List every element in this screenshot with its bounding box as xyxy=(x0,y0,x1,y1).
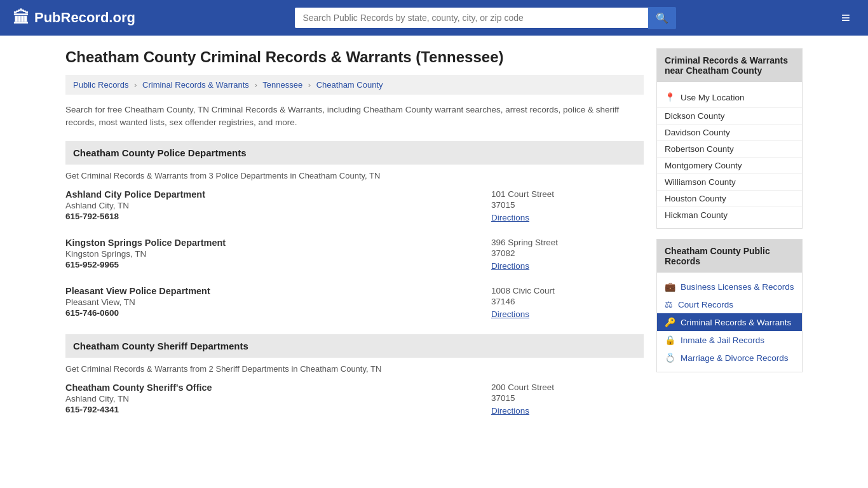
record-type-icon: 💼 xyxy=(665,281,675,292)
page-container: Cheatham County Criminal Records & Warra… xyxy=(53,36,815,444)
record-left: Ashland City Police Department Ashland C… xyxy=(65,189,478,222)
sidebar-county-item[interactable]: Houston County xyxy=(657,191,802,207)
record-entry: Ashland City Police Department Ashland C… xyxy=(65,189,644,222)
search-button[interactable]: 🔍 xyxy=(648,7,676,29)
search-bar: 🔍 xyxy=(295,7,676,29)
sidebar-public-record-item[interactable]: 🔑 Criminal Records & Warrants xyxy=(657,313,802,331)
directions-link[interactable]: Directions xyxy=(491,261,529,271)
search-input[interactable] xyxy=(295,8,648,28)
breadcrumb-cheatham-county[interactable]: Cheatham County xyxy=(316,80,383,90)
nearby-title: Criminal Records & Warrants near Cheatha… xyxy=(657,49,802,82)
record-name: Cheatham County Sheriff's Office xyxy=(65,383,478,393)
record-right: 396 Spring Street 37082 Directions xyxy=(478,238,644,271)
sidebar-public-record-item[interactable]: 💍 Marriage & Divorce Records xyxy=(657,349,802,367)
record-address: 1008 Civic Court xyxy=(491,286,644,295)
record-phone: 615-952-9965 xyxy=(65,260,478,269)
record-phone: 615-792-4341 xyxy=(65,405,478,414)
record-type-icon: ⚖ xyxy=(665,299,673,309)
sidebar-county-item[interactable]: Dickson County xyxy=(657,108,802,125)
record-right: 1008 Civic Court 37146 Directions xyxy=(478,286,644,319)
sheriff-section-desc: Get Criminal Records & Warrants from 2 S… xyxy=(65,364,644,374)
sidebar-county-item[interactable]: Robertson County xyxy=(657,141,802,158)
record-city: Ashland City, TN xyxy=(65,201,478,210)
record-city: Ashland City, TN xyxy=(65,394,478,403)
public-records-box: Cheatham County Public Records 💼 Busines… xyxy=(656,239,803,372)
record-address: 396 Spring Street xyxy=(491,238,644,247)
police-section-desc: Get Criminal Records & Warrants from 3 P… xyxy=(65,171,644,180)
sidebar-public-record-item[interactable]: ⚖ Court Records xyxy=(657,295,802,313)
sidebar-county-item[interactable]: Montgomery County xyxy=(657,158,802,174)
record-address: 101 Court Street xyxy=(491,189,644,199)
record-entry: Cheatham County Sheriff's Office Ashland… xyxy=(65,383,644,416)
sheriff-entries: Cheatham County Sheriff's Office Ashland… xyxy=(65,383,644,416)
record-type-label: Court Records xyxy=(678,300,733,309)
record-name: Pleasant View Police Department xyxy=(65,286,478,296)
directions-link[interactable]: Directions xyxy=(491,213,529,222)
sidebar-public-record-item[interactable]: 💼 Business Licenses & Records xyxy=(657,278,802,295)
record-type-label: Marriage & Divorce Records xyxy=(681,353,789,363)
record-type-icon: 💍 xyxy=(665,353,675,363)
record-zip: 37082 xyxy=(491,248,644,258)
county-list: Dickson CountyDavidson CountyRobertson C… xyxy=(657,108,802,223)
sidebar: Criminal Records & Warrants near Cheatha… xyxy=(656,48,803,431)
sidebar-public-record-item[interactable]: 🔒 Inmate & Jail Records xyxy=(657,331,802,349)
record-name: Kingston Springs Police Department xyxy=(65,238,478,248)
page-description: Search for free Cheatham County, TN Crim… xyxy=(65,104,644,130)
directions-link[interactable]: Directions xyxy=(491,309,529,319)
police-entries: Ashland City Police Department Ashland C… xyxy=(65,189,644,319)
record-phone: 615-746-0600 xyxy=(65,308,478,318)
record-right: 200 Court Street 37015 Directions xyxy=(478,383,644,416)
record-type-icon: 🔑 xyxy=(665,317,675,327)
police-section-header: Cheatham County Police Departments xyxy=(65,141,644,165)
record-zip: 37015 xyxy=(491,393,644,403)
record-type-label: Business Licenses & Records xyxy=(681,282,794,292)
sheriff-section-header: Cheatham County Sheriff Departments xyxy=(65,334,644,358)
record-city: Pleasant View, TN xyxy=(65,297,478,307)
public-records-items: 💼 Business Licenses & Records ⚖ Court Re… xyxy=(657,273,802,372)
main-content: Cheatham County Criminal Records & Warra… xyxy=(65,48,644,431)
record-entry: Pleasant View Police Department Pleasant… xyxy=(65,286,644,319)
record-name: Ashland City Police Department xyxy=(65,189,478,200)
menu-icon[interactable]: ≡ xyxy=(836,6,855,29)
record-city: Kingston Springs, TN xyxy=(65,249,478,259)
directions-link[interactable]: Directions xyxy=(491,406,529,416)
record-left: Kingston Springs Police Department Kings… xyxy=(65,238,478,271)
record-type-label: Criminal Records & Warrants xyxy=(681,318,791,327)
logo[interactable]: 🏛 PubRecord.org xyxy=(13,8,135,28)
record-address: 200 Court Street xyxy=(491,383,644,392)
breadcrumb: Public Records › Criminal Records & Warr… xyxy=(65,75,644,95)
record-zip: 37146 xyxy=(491,297,644,306)
record-entry: Kingston Springs Police Department Kings… xyxy=(65,238,644,271)
location-label: Use My Location xyxy=(681,93,745,102)
use-my-location[interactable]: 📍 Use My Location xyxy=(657,87,802,108)
logo-icon: 🏛 xyxy=(13,8,29,28)
record-right: 101 Court Street 37015 Directions xyxy=(478,189,644,222)
logo-text: PubRecord.org xyxy=(34,10,135,26)
record-type-icon: 🔒 xyxy=(665,335,675,345)
page-title: Cheatham County Criminal Records & Warra… xyxy=(65,48,644,66)
record-left: Pleasant View Police Department Pleasant… xyxy=(65,286,478,319)
sidebar-county-item[interactable]: Hickman County xyxy=(657,207,802,223)
breadcrumb-public-records[interactable]: Public Records xyxy=(73,80,128,90)
record-type-label: Inmate & Jail Records xyxy=(681,336,764,345)
sidebar-county-item[interactable]: Williamson County xyxy=(657,174,802,191)
nearby-box: Criminal Records & Warrants near Cheatha… xyxy=(656,48,803,229)
record-left: Cheatham County Sheriff's Office Ashland… xyxy=(65,383,478,416)
public-records-title: Cheatham County Public Records xyxy=(657,240,802,273)
sidebar-county-item[interactable]: Davidson County xyxy=(657,125,802,141)
record-phone: 615-792-5618 xyxy=(65,212,478,221)
breadcrumb-criminal-records[interactable]: Criminal Records & Warrants xyxy=(142,80,249,90)
location-icon: 📍 xyxy=(665,92,675,102)
breadcrumb-tennessee[interactable]: Tennessee xyxy=(262,80,302,90)
header: 🏛 PubRecord.org 🔍 ≡ xyxy=(0,0,868,36)
nearby-items: 📍 Use My Location Dickson CountyDavidson… xyxy=(657,82,802,228)
record-zip: 37015 xyxy=(491,200,644,210)
